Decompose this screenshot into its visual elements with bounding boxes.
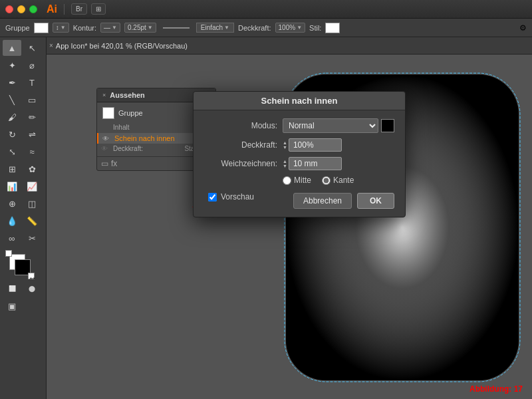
dialog: Schein nach innen Modus: Normal xyxy=(193,91,406,217)
gruppe-label: Gruppe xyxy=(5,24,30,32)
app-logo: Ai xyxy=(47,3,57,15)
scale-tool[interactable]: ⤡ xyxy=(3,144,21,160)
tool-row-12: ∞ ✂ xyxy=(3,230,43,246)
dialog-buttons: Abbrechen OK xyxy=(293,193,394,209)
magic-wand-tool[interactable]: ✦ xyxy=(3,57,21,73)
weichzeichnen-stepper: ▲ ▼ xyxy=(283,157,342,170)
mesh-tool[interactable]: ⊕ xyxy=(3,196,21,211)
inhalt-label: Inhalt xyxy=(113,124,129,131)
tool-row-5: 🖌 ✏ xyxy=(3,109,43,125)
weichzeichnen-up[interactable]: ▲ xyxy=(283,159,287,164)
radio-mitte[interactable] xyxy=(283,176,291,185)
vorschau-checkbox[interactable] xyxy=(208,193,217,201)
weichzeichnen-down[interactable]: ▼ xyxy=(283,164,287,168)
tool-row-mode: ⬜ ⬤ xyxy=(3,281,43,297)
stroke-preview xyxy=(163,27,190,29)
line-tool[interactable]: ╲ xyxy=(3,92,21,108)
modus-row: Modus: Normal xyxy=(204,118,394,133)
scissors-tool[interactable]: ✂ xyxy=(23,230,41,246)
fill-swatch[interactable] xyxy=(34,23,49,33)
deckkraft-label: Deckkraft: xyxy=(238,24,271,32)
tool-row-11: 💧 📏 xyxy=(3,213,43,229)
measure-tool[interactable]: 📏 xyxy=(23,213,41,229)
ok-button[interactable]: OK xyxy=(357,193,394,209)
rect-tool[interactable]: ▭ xyxy=(23,92,41,108)
stroke-width-dropdown[interactable]: 0.25pt ▼ xyxy=(124,23,156,33)
dialog-title: Schein nach innen xyxy=(261,96,338,106)
free-transform-tool[interactable]: ⊞ xyxy=(3,161,21,177)
global-settings-btn[interactable]: ⚙ xyxy=(519,23,527,33)
radio-kante-label[interactable]: Kante xyxy=(322,176,354,185)
br-button[interactable]: Br xyxy=(71,3,87,15)
radio-mitte-label[interactable]: Mitte xyxy=(283,176,311,185)
behind-mode[interactable]: ⬤ xyxy=(23,281,41,297)
deckkraft-up[interactable]: ▲ xyxy=(283,140,287,145)
reflect-tool[interactable]: ⇌ xyxy=(23,126,41,142)
direct-select-tool[interactable]: ↖ xyxy=(23,40,41,56)
select-tool[interactable]: ▲ xyxy=(3,40,21,56)
fill-dropdown[interactable]: ↕ ▼ xyxy=(53,23,69,33)
tool-row-4: ╲ ▭ xyxy=(3,92,43,108)
deckkraft-dropdown[interactable]: 100% ▼ xyxy=(275,23,306,33)
aussehen-title: Aussehen xyxy=(110,91,145,99)
modus-wrapper: Normal xyxy=(283,118,394,133)
einfach-button[interactable]: Einfach ▼ xyxy=(196,23,234,33)
panel-close-btn[interactable]: × xyxy=(102,92,106,98)
modus-label: Modus: xyxy=(204,121,277,130)
stil-swatch[interactable] xyxy=(325,23,340,33)
change-screen-mode[interactable]: ▣ xyxy=(3,298,21,314)
canvas-content: × Aussehen Gruppe Inhalt 👁 Schein nach i… xyxy=(47,55,532,399)
modus-color-swatch[interactable] xyxy=(381,119,394,132)
tool-row-7: ⤡ ≈ xyxy=(3,144,43,160)
gradient-tool[interactable]: ◫ xyxy=(23,196,41,211)
symbol-tool[interactable]: ✿ xyxy=(23,161,41,177)
separator xyxy=(64,4,65,15)
weichzeichnen-input[interactable] xyxy=(289,157,342,170)
add-shape-btn[interactable]: ▭ xyxy=(101,159,108,168)
radio-row: Mitte Kante xyxy=(283,176,394,185)
pen-tool[interactable]: ✒ xyxy=(3,74,21,90)
modus-select[interactable]: Normal xyxy=(283,118,378,133)
tool-row-1: ▲ ↖ xyxy=(3,40,43,56)
chart-tool[interactable]: 📈 xyxy=(23,178,41,194)
deckkraft-arrows: ▲ ▼ xyxy=(283,140,287,150)
cancel-button[interactable]: Abbrechen xyxy=(293,193,352,209)
eye-icon[interactable]: 👁 xyxy=(102,135,112,142)
maximize-button[interactable] xyxy=(29,5,37,13)
kontur-dropdown[interactable]: ― ▼ xyxy=(100,23,120,33)
eyedropper-tool[interactable]: 💧 xyxy=(3,213,21,229)
pencil-tool[interactable]: ✏ xyxy=(23,109,41,125)
reset-colors[interactable] xyxy=(5,250,12,257)
tool-row-10: ⊕ ◫ xyxy=(3,196,43,211)
graph-tool[interactable]: 📊 xyxy=(3,178,21,194)
close-button[interactable] xyxy=(5,5,13,13)
gruppe-swatch[interactable] xyxy=(102,107,114,119)
fx-btn[interactable]: fx xyxy=(111,159,117,168)
dialog-title-bar: Schein nach innen xyxy=(194,92,405,110)
warp-tool[interactable]: ≈ xyxy=(23,144,41,160)
deckkraft-eye-icon[interactable]: 👁 xyxy=(101,145,110,152)
radio-kante[interactable] xyxy=(322,176,331,185)
kontur-label: Kontur: xyxy=(73,24,96,32)
type-tool[interactable]: T xyxy=(23,74,41,90)
rotate-tool[interactable]: ↻ xyxy=(3,126,21,142)
deckkraft-value: 100% xyxy=(279,24,296,31)
view-button[interactable]: ⊞ xyxy=(91,3,106,15)
stil-label: Stil: xyxy=(309,24,321,32)
paintbrush-tool[interactable]: 🖌 xyxy=(3,109,21,125)
tab-bar: × App Icon* bei 420,01 % (RGB/Vorschau) xyxy=(47,37,532,55)
deckkraft-stepper: ▲ ▼ xyxy=(283,138,342,152)
gruppe-label: Gruppe xyxy=(118,109,143,117)
swap-colors[interactable]: ↔ xyxy=(28,273,35,279)
normal-mode[interactable]: ⬜ xyxy=(3,281,21,297)
deckkraft-down[interactable]: ▼ xyxy=(283,145,287,150)
tool-row-3: ✒ T xyxy=(3,74,43,90)
deckkraft-dialog-row: Deckkraft: ▲ ▼ xyxy=(204,138,394,152)
lasso-tool[interactable]: ⌀ xyxy=(23,57,41,73)
tab-close[interactable]: × xyxy=(49,42,53,49)
canvas-area: × App Icon* bei 420,01 % (RGB/Vorschau) xyxy=(47,37,532,399)
minimize-button[interactable] xyxy=(17,5,25,13)
deckkraft-input[interactable] xyxy=(289,138,342,152)
weichzeichnen-arrows: ▲ ▼ xyxy=(283,159,287,168)
blend-tool[interactable]: ∞ xyxy=(3,230,21,246)
